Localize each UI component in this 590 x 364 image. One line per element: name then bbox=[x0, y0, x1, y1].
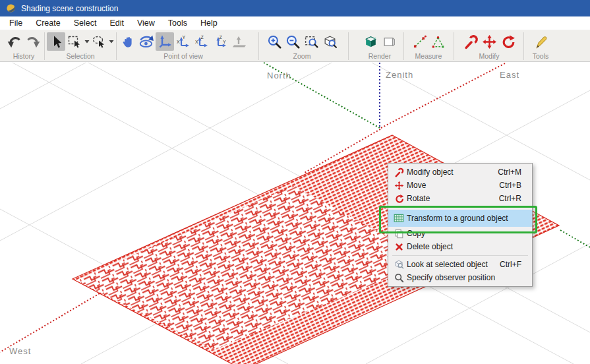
menu-item-shortcut: Ctrl+R bbox=[499, 194, 529, 203]
toolbar-group-zoom: Zoom bbox=[265, 30, 339, 60]
zoom-in-icon bbox=[267, 34, 282, 49]
menu-help[interactable]: Help bbox=[194, 17, 224, 29]
scene-viewport[interactable]: North Zenith East West Modify object Ctr… bbox=[0, 62, 590, 364]
zoom-window-button[interactable] bbox=[302, 32, 320, 51]
menu-item-look-at-selected-object[interactable]: Look at selected object Ctrl+F bbox=[388, 258, 532, 271]
menu-item-copy[interactable]: Copy bbox=[388, 227, 532, 240]
ground-view-button[interactable] bbox=[229, 32, 248, 51]
toolbar-separator bbox=[523, 32, 524, 60]
menu-select[interactable]: Select bbox=[67, 17, 103, 29]
menu-item-transform-to-ground-object[interactable]: Transform to a ground object bbox=[388, 210, 532, 227]
rotate-icon bbox=[391, 194, 407, 204]
axes-view-button[interactable] bbox=[156, 32, 174, 51]
move-icon bbox=[391, 181, 407, 191]
svg-text:Z: Z bbox=[220, 35, 223, 40]
menu-item-label: Rotate bbox=[407, 194, 499, 203]
axis-label-zenith: Zenith bbox=[386, 70, 413, 80]
menu-item-label: Move bbox=[407, 181, 499, 190]
svg-text:X: X bbox=[177, 40, 180, 44]
toolbar-group-history: History bbox=[5, 30, 42, 60]
group-label-selection: Selection bbox=[66, 52, 94, 60]
menu-item-rotate[interactable]: Rotate Ctrl+R bbox=[388, 192, 532, 205]
svg-text:Y: Y bbox=[183, 35, 186, 40]
undo-button[interactable] bbox=[5, 32, 24, 51]
ramp-up-arrow-icon bbox=[231, 34, 247, 49]
toolbar-separator bbox=[403, 32, 404, 60]
rectangle-select-dropdown[interactable] bbox=[84, 32, 90, 51]
rectangle-select-button[interactable] bbox=[65, 32, 84, 51]
toolbar-group-render: Render bbox=[361, 30, 398, 60]
redo-button[interactable] bbox=[24, 32, 42, 51]
west-axis-line-lower bbox=[0, 293, 100, 352]
zoom-out-button[interactable] bbox=[283, 32, 302, 51]
copy-icon bbox=[391, 229, 407, 239]
select-arrow-button[interactable] bbox=[47, 32, 65, 51]
shading-scene-window: Shading scene construction File Create S… bbox=[0, 0, 590, 364]
axis-label-north: North bbox=[267, 71, 291, 80]
menu-edit[interactable]: Edit bbox=[103, 17, 131, 29]
pencil-icon bbox=[533, 34, 548, 49]
measure-distance-icon bbox=[412, 34, 427, 49]
menu-item-shortcut: Ctrl+F bbox=[500, 260, 529, 269]
toolbar-group-point-of-view: Y X Z X bbox=[119, 30, 248, 60]
chevron-down-icon bbox=[84, 39, 90, 44]
modify-wrench-button[interactable] bbox=[461, 32, 480, 51]
title-bar: Shading scene construction bbox=[0, 0, 590, 16]
menu-create[interactable]: Create bbox=[29, 17, 67, 29]
toolbar-group-modify: Modify bbox=[461, 30, 517, 60]
move-object-button[interactable] bbox=[480, 32, 498, 51]
measure-distance-button[interactable] bbox=[410, 32, 428, 51]
group-label-history: History bbox=[13, 52, 35, 60]
view-xy-button[interactable]: Y X bbox=[174, 32, 192, 51]
lasso-select-button[interactable] bbox=[90, 32, 108, 51]
rotate-object-button[interactable] bbox=[498, 32, 517, 51]
menu-tools[interactable]: Tools bbox=[162, 17, 194, 29]
orbit-eye-icon bbox=[138, 34, 154, 49]
measure-angle-icon bbox=[430, 34, 446, 49]
menu-item-shortcut: Ctrl+M bbox=[498, 167, 529, 177]
render-solid-button[interactable] bbox=[361, 32, 380, 51]
menu-item-modify-object[interactable]: Modify object Ctrl+M bbox=[388, 166, 532, 179]
menu-view[interactable]: View bbox=[131, 17, 162, 29]
lasso-select-icon bbox=[92, 34, 106, 49]
window-title: Shading scene construction bbox=[21, 4, 118, 13]
hand-icon bbox=[121, 34, 135, 49]
menu-item-label: Delete object bbox=[407, 242, 521, 251]
zoom-all-button[interactable] bbox=[320, 32, 339, 51]
view-zy-icon: Z Y bbox=[213, 34, 227, 49]
zoom-window-icon bbox=[304, 34, 319, 49]
toolbar-separator bbox=[348, 32, 349, 60]
move-icon bbox=[482, 34, 497, 49]
delete-x-icon bbox=[391, 243, 407, 251]
view-xy-icon: Y X bbox=[176, 34, 191, 49]
object-context-menu: Modify object Ctrl+M Move Ctrl+B Rotate … bbox=[388, 163, 533, 287]
render-wire-cube-icon bbox=[382, 34, 397, 49]
menu-item-delete-object[interactable]: Delete object bbox=[388, 240, 532, 253]
svg-text:Z: Z bbox=[201, 35, 204, 40]
zoom-in-button[interactable] bbox=[265, 32, 283, 51]
group-label-tools: Tools bbox=[533, 52, 549, 60]
menu-item-shortcut: Ctrl+B bbox=[499, 181, 529, 190]
measure-angle-button[interactable] bbox=[428, 32, 447, 51]
menu-separator bbox=[392, 207, 528, 208]
zoom-all-cube-icon bbox=[322, 34, 338, 49]
svg-text:X: X bbox=[195, 40, 198, 44]
menu-file[interactable]: File bbox=[3, 17, 29, 29]
view-xz-icon: Z X bbox=[194, 34, 209, 49]
menu-item-label: Look at selected object bbox=[407, 260, 500, 269]
lasso-select-dropdown[interactable] bbox=[108, 32, 114, 51]
view-xz-button[interactable]: Z X bbox=[192, 32, 211, 51]
view-zy-button[interactable]: Z Y bbox=[211, 32, 229, 51]
menu-item-label: Copy bbox=[407, 229, 521, 238]
axes-icon bbox=[158, 34, 172, 49]
pan-hand-button[interactable] bbox=[119, 32, 137, 51]
pencil-edit-button[interactable] bbox=[531, 32, 550, 51]
toolbar-group-measure: Measure bbox=[410, 30, 447, 60]
svg-text:Y: Y bbox=[223, 40, 226, 44]
render-wireframe-button[interactable] bbox=[380, 32, 398, 51]
chevron-down-icon bbox=[109, 39, 114, 44]
ground-grid-icon bbox=[391, 214, 407, 223]
orbit-view-button[interactable] bbox=[137, 32, 156, 51]
menu-item-move[interactable]: Move Ctrl+B bbox=[388, 179, 532, 192]
menu-item-specify-observer-position[interactable]: Specify observer position bbox=[388, 271, 532, 284]
